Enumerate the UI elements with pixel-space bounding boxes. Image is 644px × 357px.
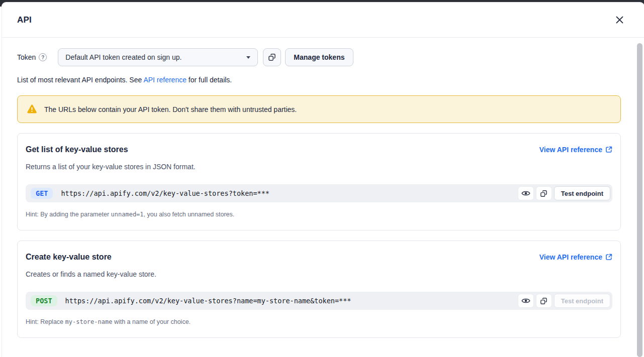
- intro-after: for full details.: [187, 76, 232, 84]
- endpoint-actions: Test endpoint: [518, 186, 610, 200]
- intro-text: List of most relevant API endpoints. See…: [17, 76, 621, 84]
- endpoint-bar: POST https://api.apify.com/v2/key-value-…: [26, 292, 612, 310]
- intro-before: List of most relevant API endpoints. See: [17, 76, 143, 84]
- close-button[interactable]: [614, 15, 625, 26]
- token-select-value: Default API token created on sign up.: [65, 53, 242, 61]
- view-api-reference-link[interactable]: View API reference: [539, 146, 612, 154]
- endpoint-actions: Test endpoint: [518, 294, 610, 308]
- endpoint-bar: GET https://api.apify.com/v2/key-value-s…: [26, 184, 612, 202]
- card-description: Creates or finds a named key-value store…: [26, 270, 612, 278]
- scrollbar-thumb[interactable]: [637, 43, 642, 357]
- copy-url-button[interactable]: [536, 186, 552, 200]
- help-icon[interactable]: ?: [39, 53, 47, 61]
- endpoint-card-get-list: Get list of key-value stores View API re…: [17, 133, 621, 230]
- chevron-down-icon: [246, 56, 250, 59]
- hint-after: , you also fetch unnamed stores.: [144, 211, 235, 218]
- external-link-icon: [605, 254, 612, 261]
- endpoint-url: https://api.apify.com/v2/key-value-store…: [65, 297, 514, 305]
- view-api-reference-label: View API reference: [539, 253, 602, 261]
- close-icon: [615, 16, 624, 24]
- modal-header: API: [2, 3, 644, 38]
- copy-token-button[interactable]: [263, 48, 281, 66]
- api-reference-link[interactable]: API reference: [143, 76, 187, 84]
- token-row: Token ? Default API token created on sig…: [17, 48, 621, 66]
- external-link-icon: [605, 146, 612, 153]
- hint-before: Hint: By adding the parameter: [26, 211, 111, 218]
- method-badge: GET: [31, 188, 53, 199]
- hint-code: unnamed=1: [111, 211, 144, 218]
- warning-icon: [27, 104, 37, 114]
- hint-code: my-store-name: [65, 318, 113, 325]
- card-head: Create key-value store View API referenc…: [26, 253, 612, 262]
- method-badge: POST: [31, 295, 57, 306]
- endpoint-url: https://api.apify.com/v2/key-value-store…: [61, 189, 513, 197]
- api-modal: API Token ? Default API token created on…: [2, 3, 644, 357]
- card-description: Returns a list of your key-value stores …: [26, 163, 612, 171]
- token-select[interactable]: Default API token created on sign up.: [58, 48, 258, 66]
- copy-icon: [268, 53, 276, 61]
- modal-body: Token ? Default API token created on sig…: [2, 38, 644, 357]
- eye-icon: [521, 190, 530, 197]
- endpoint-hint: Hint: By adding the parameter unnamed=1,…: [26, 211, 612, 218]
- warning-text: The URLs below contain your API token. D…: [44, 105, 297, 113]
- manage-tokens-button[interactable]: Manage tokens: [285, 48, 353, 66]
- warning-banner: The URLs below contain your API token. D…: [17, 95, 621, 123]
- view-api-reference-link[interactable]: View API reference: [539, 253, 612, 261]
- endpoint-hint: Hint: Replace my-store-name with a name …: [26, 318, 612, 325]
- copy-icon: [540, 190, 547, 197]
- reveal-token-button[interactable]: [518, 294, 534, 308]
- test-endpoint-button[interactable]: Test endpoint: [554, 294, 610, 308]
- screen: API Token ? Default API token created on…: [0, 0, 644, 357]
- card-title: Get list of key-value stores: [26, 145, 128, 154]
- endpoint-card-create-store: Create key-value store View API referenc…: [17, 241, 621, 338]
- card-head: Get list of key-value stores View API re…: [26, 145, 612, 154]
- eye-icon: [521, 297, 530, 304]
- hint-after: with a name of your choice.: [112, 318, 191, 325]
- hint-before: Hint: Replace: [26, 318, 65, 325]
- reveal-token-button[interactable]: [518, 186, 534, 200]
- card-title: Create key-value store: [26, 253, 112, 262]
- copy-url-button[interactable]: [536, 294, 552, 308]
- copy-icon: [540, 297, 547, 305]
- view-api-reference-label: View API reference: [539, 146, 602, 154]
- test-endpoint-button[interactable]: Test endpoint: [554, 186, 610, 200]
- token-label: Token: [17, 53, 36, 61]
- modal-title: API: [17, 15, 32, 25]
